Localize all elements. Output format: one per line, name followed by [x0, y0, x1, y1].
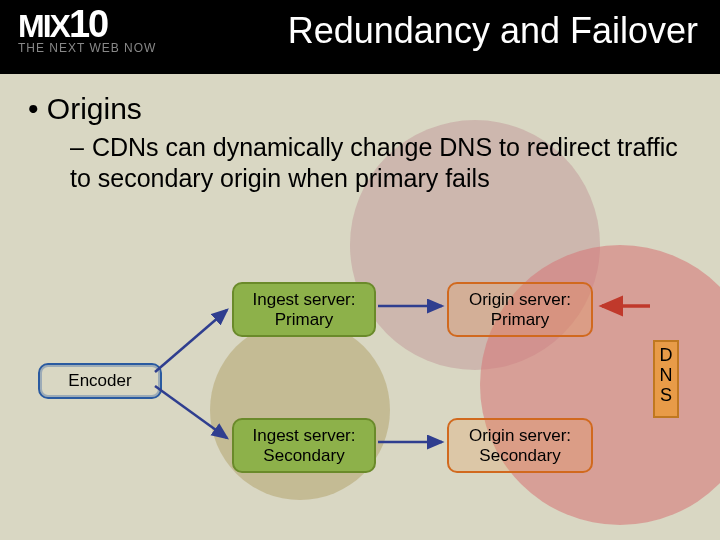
ingest-secondary-line1: Ingest server:: [253, 426, 356, 445]
slide-title: Redundancy and Failover: [288, 10, 698, 52]
ingest-primary-line2: Primary: [275, 310, 334, 329]
bullet-l2-text: CDNs can dynamically change DNS to redir…: [70, 133, 678, 192]
ingest-primary-node: Ingest server: Primary: [232, 282, 376, 337]
header-bar: MIX10 THE NEXT WEB NOW Redundancy and Fa…: [0, 0, 720, 74]
origin-secondary-line2: Secondary: [479, 446, 560, 465]
dns-d: D: [660, 345, 673, 365]
dns-s: S: [660, 385, 672, 405]
encoder-node: Encoder: [38, 363, 162, 399]
bullet-level2: –CDNs can dynamically change DNS to redi…: [70, 132, 688, 195]
logo-main: MIX10: [18, 8, 208, 42]
content-body: • Origins –CDNs can dynamically change D…: [28, 92, 688, 195]
logo-year: 10: [69, 3, 107, 45]
mix-logo: MIX10 THE NEXT WEB NOW: [18, 8, 208, 54]
origin-secondary-node: Origin server: Secondary: [447, 418, 593, 473]
encoder-label: Encoder: [68, 371, 131, 390]
arrow-encoder-ingest-primary: [155, 310, 227, 372]
bullet-level1: • Origins: [28, 92, 688, 126]
ingest-primary-line1: Ingest server:: [253, 290, 356, 309]
ingest-secondary-line2: Secondary: [263, 446, 344, 465]
dns-node: D N S: [653, 340, 679, 418]
slide: MIX10 THE NEXT WEB NOW Redundancy and Fa…: [0, 0, 720, 540]
bullet-l1-text: Origins: [47, 92, 142, 125]
origin-primary-line2: Primary: [491, 310, 550, 329]
ingest-secondary-node: Ingest server: Secondary: [232, 418, 376, 473]
logo-tagline: THE NEXT WEB NOW: [18, 42, 208, 54]
origin-primary-line1: Origin server:: [469, 290, 571, 309]
dns-n: N: [660, 365, 673, 385]
origin-primary-node: Origin server: Primary: [447, 282, 593, 337]
logo-text: MIX: [18, 8, 69, 44]
origin-secondary-line1: Origin server:: [469, 426, 571, 445]
